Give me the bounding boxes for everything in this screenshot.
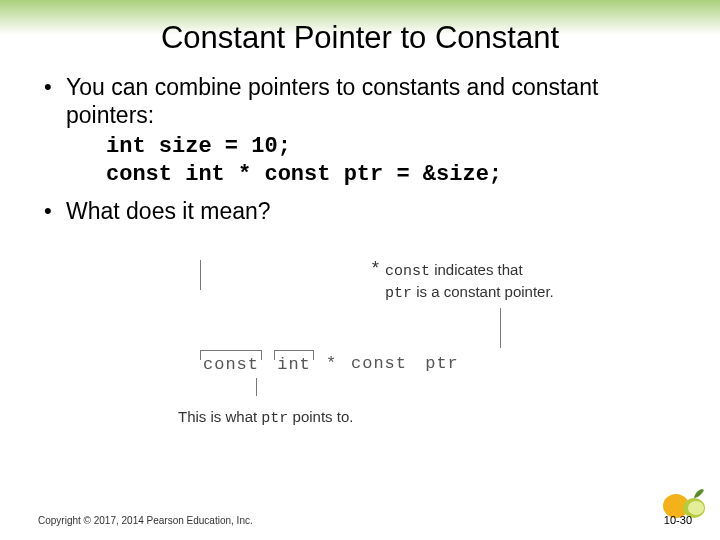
annot-top-text-2: is a constant pointer.	[412, 283, 554, 300]
code-line-2: const int * const ptr = &size;	[106, 162, 502, 187]
annot-top-ptr: ptr	[385, 285, 412, 302]
annot-top-const: const	[385, 263, 430, 280]
bullet-2: What does it mean?	[40, 198, 680, 226]
slide-body: You can combine pointers to constants an…	[0, 66, 720, 226]
diagram: * const indicates that ptr is a constant…	[200, 260, 670, 460]
seg-star: *	[326, 350, 336, 373]
connector-line-down	[200, 260, 201, 290]
copyright-footer: Copyright © 2017, 2014 Pearson Education…	[38, 515, 253, 526]
annot-bottom-text-1: This is what	[178, 408, 261, 425]
annot-bottom: This is what ptr points to.	[178, 408, 353, 427]
bullet-list: You can combine pointers to constants an…	[40, 74, 680, 129]
connector-line-down-2	[256, 378, 257, 396]
annot-top-star: *	[370, 259, 381, 279]
seg-const-text: const	[203, 355, 259, 374]
page-number: 10-30	[664, 514, 692, 526]
type-strip: const int *constptr	[200, 350, 462, 374]
svg-point-2	[688, 501, 704, 515]
code-block: int size = 10; const int * const ptr = &…	[106, 133, 680, 188]
bullet-1: You can combine pointers to constants an…	[40, 74, 680, 129]
annot-top-text-1: indicates that	[430, 261, 523, 278]
seg-int: int	[274, 350, 314, 374]
code-line-1: int size = 10;	[106, 134, 291, 159]
seg-int-text: int	[277, 355, 311, 374]
slide: Constant Pointer to Constant You can com…	[0, 0, 720, 540]
connector-line-top	[500, 308, 501, 348]
seg-ptr: ptr	[422, 350, 462, 373]
annot-top: const indicates that ptr is a constant p…	[385, 260, 665, 303]
seg-const2: const	[348, 350, 410, 373]
annot-bottom-text-2: points to.	[288, 408, 353, 425]
bullet-list-2: What does it mean?	[40, 198, 680, 226]
slide-title: Constant Pointer to Constant	[0, 0, 720, 66]
annot-bottom-ptr: ptr	[261, 410, 288, 427]
seg-const: const	[200, 350, 262, 374]
